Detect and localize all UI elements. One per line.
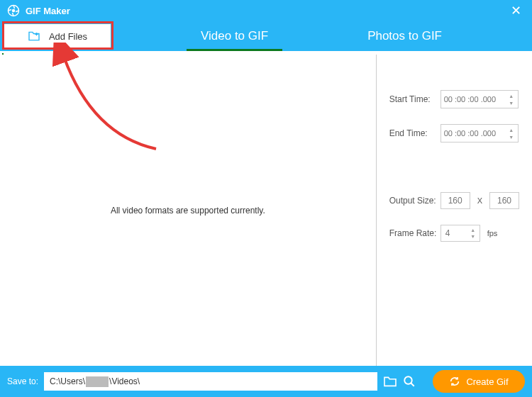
content-area: All video formats are supported currentl… <box>0 55 532 367</box>
end-time-label: End Time: <box>389 128 440 138</box>
preview-area: All video formats are supported currentl… <box>0 55 377 367</box>
output-width-input[interactable]: 160 <box>440 192 470 209</box>
preview-placeholder: All video formats are supported currentl… <box>111 206 265 216</box>
save-path-input[interactable]: C:\Users\\Videos\ <box>44 372 377 391</box>
fps-down[interactable]: ▼ <box>468 233 478 240</box>
fps-up[interactable]: ▲ <box>468 227 478 233</box>
svg-point-1 <box>12 9 16 13</box>
frame-rate-input[interactable]: 4 ▲ ▼ <box>440 225 480 242</box>
add-files-button[interactable]: Add Files <box>4 24 111 48</box>
add-files-icon <box>28 31 40 41</box>
app-icon <box>7 4 20 17</box>
size-separator: X <box>477 196 482 205</box>
close-button[interactable]: ✕ <box>507 3 525 18</box>
bottombar: Save to: C:\Users\\Videos\ Create Gif <box>0 366 532 397</box>
tab-photos-to-gif[interactable]: Photos to GIF <box>367 21 442 51</box>
output-height-input[interactable]: 160 <box>489 192 519 209</box>
save-to-label: Save to: <box>7 376 38 386</box>
tabs: Video to GIF Photos to GIF <box>111 21 532 51</box>
start-time-label: Start Time: <box>389 94 440 104</box>
start-time-up[interactable]: ▲ <box>506 92 516 99</box>
fps-unit: fps <box>487 229 498 237</box>
end-time-up[interactable]: ▲ <box>506 126 516 133</box>
output-size-label: Output Size: <box>389 196 440 206</box>
search-icon[interactable] <box>403 375 416 388</box>
svg-point-3 <box>404 376 412 384</box>
start-time-input[interactable]: 00 :00 :00 .000 ▲ ▼ <box>440 90 519 108</box>
browse-folder-icon[interactable] <box>383 376 397 387</box>
frame-rate-label: Frame Rate: <box>389 228 440 238</box>
refresh-icon <box>449 376 460 387</box>
app-title: GIF Maker <box>26 6 507 16</box>
path-redacted <box>86 376 109 387</box>
end-time-row: End Time: 00 :00 :00 .000 ▲ ▼ <box>389 124 519 142</box>
create-gif-button[interactable]: Create Gif <box>433 370 525 393</box>
start-time-row: Start Time: 00 :00 :00 .000 ▲ ▼ <box>389 90 519 108</box>
start-time-down[interactable]: ▼ <box>506 99 516 106</box>
output-size-row: Output Size: 160 X 160 <box>389 192 519 209</box>
add-files-label: Add Files <box>49 31 87 42</box>
settings-panel: Start Time: 00 :00 :00 .000 ▲ ▼ End Time… <box>377 55 532 367</box>
titlebar: GIF Maker ✕ <box>0 0 532 21</box>
end-time-input[interactable]: 00 :00 :00 .000 ▲ ▼ <box>440 124 519 142</box>
tab-video-to-gif[interactable]: Video to GIF <box>201 21 268 51</box>
end-time-down[interactable]: ▼ <box>506 133 516 140</box>
toolbar: Add Files Video to GIF Photos to GIF <box>0 21 532 51</box>
frame-rate-row: Frame Rate: 4 ▲ ▼ fps <box>389 225 519 242</box>
create-gif-label: Create Gif <box>466 376 508 387</box>
